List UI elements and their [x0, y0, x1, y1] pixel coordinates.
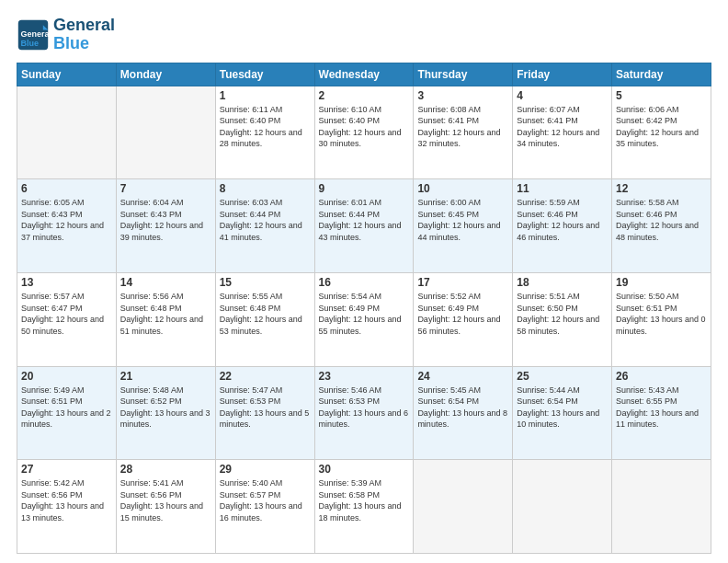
day-detail: Sunrise: 5:43 AM Sunset: 6:55 PM Dayligh…	[616, 385, 707, 431]
col-tuesday: Tuesday	[215, 63, 314, 86]
day-number: 18	[517, 276, 608, 289]
day-number: 16	[319, 276, 410, 289]
day-cell: 27Sunrise: 5:42 AM Sunset: 6:56 PM Dayli…	[17, 460, 117, 554]
day-detail: Sunrise: 5:44 AM Sunset: 6:54 PM Dayligh…	[517, 385, 608, 431]
day-cell: 5Sunrise: 6:06 AM Sunset: 6:42 PM Daylig…	[612, 86, 711, 179]
day-detail: Sunrise: 5:39 AM Sunset: 6:58 PM Dayligh…	[319, 477, 410, 523]
header-row: Sunday Monday Tuesday Wednesday Thursday…	[17, 63, 711, 86]
day-number: 17	[417, 276, 508, 289]
day-cell	[116, 86, 215, 179]
day-cell	[414, 460, 513, 554]
week-row-5: 27Sunrise: 5:42 AM Sunset: 6:56 PM Dayli…	[17, 460, 711, 554]
col-saturday: Saturday	[612, 63, 711, 86]
day-cell: 16Sunrise: 5:54 AM Sunset: 6:49 PM Dayli…	[314, 272, 414, 366]
day-number: 12	[616, 182, 707, 195]
week-row-1: 1Sunrise: 6:11 AM Sunset: 6:40 PM Daylig…	[17, 86, 711, 179]
day-detail: Sunrise: 6:04 AM Sunset: 6:43 PM Dayligh…	[120, 197, 211, 243]
day-number: 21	[120, 370, 211, 383]
day-detail: Sunrise: 6:10 AM Sunset: 6:40 PM Dayligh…	[319, 104, 410, 150]
day-cell: 21Sunrise: 5:48 AM Sunset: 6:52 PM Dayli…	[116, 366, 215, 460]
col-sunday: Sunday	[17, 63, 117, 86]
day-cell: 14Sunrise: 5:56 AM Sunset: 6:48 PM Dayli…	[116, 272, 215, 366]
day-number: 28	[120, 463, 211, 476]
day-cell: 26Sunrise: 5:43 AM Sunset: 6:55 PM Dayli…	[612, 366, 711, 460]
day-cell: 3Sunrise: 6:08 AM Sunset: 6:41 PM Daylig…	[414, 86, 513, 179]
day-number: 19	[616, 276, 707, 289]
day-cell: 7Sunrise: 6:04 AM Sunset: 6:43 PM Daylig…	[116, 179, 215, 273]
svg-text:Blue: Blue	[21, 38, 40, 47]
day-number: 20	[21, 370, 112, 383]
day-cell: 19Sunrise: 5:50 AM Sunset: 6:51 PM Dayli…	[612, 272, 711, 366]
day-detail: Sunrise: 5:59 AM Sunset: 6:46 PM Dayligh…	[517, 197, 608, 243]
day-number: 30	[319, 463, 410, 476]
day-detail: Sunrise: 6:06 AM Sunset: 6:42 PM Dayligh…	[616, 104, 707, 150]
day-detail: Sunrise: 5:48 AM Sunset: 6:52 PM Dayligh…	[120, 385, 211, 431]
day-number: 4	[517, 89, 608, 102]
day-number: 7	[120, 182, 211, 195]
day-cell	[513, 460, 612, 554]
day-cell: 1Sunrise: 6:11 AM Sunset: 6:40 PM Daylig…	[215, 86, 314, 179]
day-number: 2	[319, 89, 410, 102]
day-detail: Sunrise: 5:57 AM Sunset: 6:47 PM Dayligh…	[21, 291, 112, 337]
day-cell: 23Sunrise: 5:46 AM Sunset: 6:53 PM Dayli…	[314, 366, 414, 460]
logo-icon: General Blue	[17, 18, 50, 52]
day-number: 24	[417, 370, 508, 383]
day-number: 27	[21, 463, 112, 476]
svg-text:General: General	[21, 29, 51, 39]
day-cell: 25Sunrise: 5:44 AM Sunset: 6:54 PM Dayli…	[513, 366, 612, 460]
day-detail: Sunrise: 5:41 AM Sunset: 6:56 PM Dayligh…	[120, 477, 211, 523]
logo-text-general: General	[53, 17, 115, 35]
day-detail: Sunrise: 6:03 AM Sunset: 6:44 PM Dayligh…	[220, 197, 311, 243]
day-cell: 15Sunrise: 5:55 AM Sunset: 6:48 PM Dayli…	[215, 272, 314, 366]
logo-text-blue: Blue	[53, 35, 115, 53]
day-number: 29	[220, 463, 311, 476]
day-detail: Sunrise: 6:08 AM Sunset: 6:41 PM Dayligh…	[417, 104, 508, 150]
day-detail: Sunrise: 5:45 AM Sunset: 6:54 PM Dayligh…	[417, 385, 508, 431]
day-cell: 20Sunrise: 5:49 AM Sunset: 6:51 PM Dayli…	[17, 366, 117, 460]
week-row-4: 20Sunrise: 5:49 AM Sunset: 6:51 PM Dayli…	[17, 366, 711, 460]
day-cell: 9Sunrise: 6:01 AM Sunset: 6:44 PM Daylig…	[314, 179, 414, 273]
week-row-2: 6Sunrise: 6:05 AM Sunset: 6:43 PM Daylig…	[17, 179, 711, 273]
col-friday: Friday	[513, 63, 612, 86]
day-number: 11	[517, 182, 608, 195]
day-detail: Sunrise: 6:01 AM Sunset: 6:44 PM Dayligh…	[319, 197, 410, 243]
day-detail: Sunrise: 5:52 AM Sunset: 6:49 PM Dayligh…	[417, 291, 508, 337]
day-number: 23	[319, 370, 410, 383]
col-wednesday: Wednesday	[314, 63, 414, 86]
day-cell: 8Sunrise: 6:03 AM Sunset: 6:44 PM Daylig…	[215, 179, 314, 273]
day-cell: 29Sunrise: 5:40 AM Sunset: 6:57 PM Dayli…	[215, 460, 314, 554]
day-number: 6	[21, 182, 112, 195]
day-detail: Sunrise: 6:00 AM Sunset: 6:45 PM Dayligh…	[417, 197, 508, 243]
day-number: 9	[319, 182, 410, 195]
day-cell: 2Sunrise: 6:10 AM Sunset: 6:40 PM Daylig…	[314, 86, 414, 179]
day-cell: 24Sunrise: 5:45 AM Sunset: 6:54 PM Dayli…	[414, 366, 513, 460]
day-number: 15	[220, 276, 311, 289]
day-cell: 12Sunrise: 5:58 AM Sunset: 6:46 PM Dayli…	[612, 179, 711, 273]
day-cell: 4Sunrise: 6:07 AM Sunset: 6:41 PM Daylig…	[513, 86, 612, 179]
day-number: 14	[120, 276, 211, 289]
day-number: 10	[417, 182, 508, 195]
day-detail: Sunrise: 5:42 AM Sunset: 6:56 PM Dayligh…	[21, 477, 112, 523]
day-detail: Sunrise: 5:51 AM Sunset: 6:50 PM Dayligh…	[517, 291, 608, 337]
day-detail: Sunrise: 5:54 AM Sunset: 6:49 PM Dayligh…	[319, 291, 410, 337]
day-cell: 18Sunrise: 5:51 AM Sunset: 6:50 PM Dayli…	[513, 272, 612, 366]
day-number: 3	[417, 89, 508, 102]
day-detail: Sunrise: 6:05 AM Sunset: 6:43 PM Dayligh…	[21, 197, 112, 243]
day-detail: Sunrise: 6:07 AM Sunset: 6:41 PM Dayligh…	[517, 104, 608, 150]
day-cell: 11Sunrise: 5:59 AM Sunset: 6:46 PM Dayli…	[513, 179, 612, 273]
day-detail: Sunrise: 5:49 AM Sunset: 6:51 PM Dayligh…	[21, 385, 112, 431]
day-number: 5	[616, 89, 707, 102]
day-cell: 30Sunrise: 5:39 AM Sunset: 6:58 PM Dayli…	[314, 460, 414, 554]
day-number: 22	[220, 370, 311, 383]
logo: General Blue General Blue	[17, 17, 115, 53]
day-number: 13	[21, 276, 112, 289]
day-cell: 6Sunrise: 6:05 AM Sunset: 6:43 PM Daylig…	[17, 179, 117, 273]
calendar-table: Sunday Monday Tuesday Wednesday Thursday…	[17, 63, 711, 554]
day-cell: 10Sunrise: 6:00 AM Sunset: 6:45 PM Dayli…	[414, 179, 513, 273]
day-detail: Sunrise: 5:50 AM Sunset: 6:51 PM Dayligh…	[616, 291, 707, 337]
day-cell: 13Sunrise: 5:57 AM Sunset: 6:47 PM Dayli…	[17, 272, 117, 366]
day-number: 25	[517, 370, 608, 383]
day-detail: Sunrise: 5:56 AM Sunset: 6:48 PM Dayligh…	[120, 291, 211, 337]
day-cell: 28Sunrise: 5:41 AM Sunset: 6:56 PM Dayli…	[116, 460, 215, 554]
day-number: 26	[616, 370, 707, 383]
